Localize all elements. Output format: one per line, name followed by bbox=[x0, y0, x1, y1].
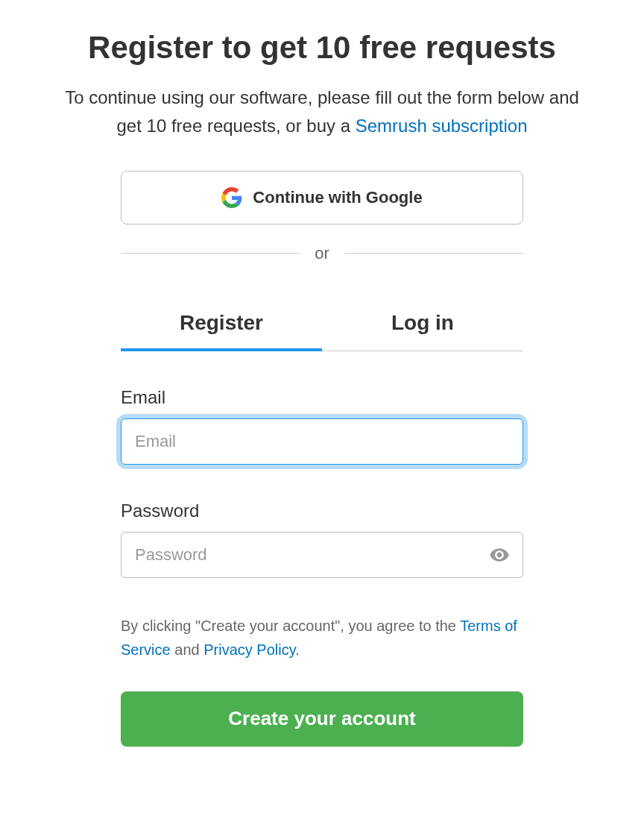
terms-prefix: By clicking "Create your account", you a… bbox=[121, 618, 460, 634]
show-password-icon[interactable] bbox=[489, 544, 510, 565]
privacy-policy-link[interactable]: Privacy Policy bbox=[203, 641, 295, 658]
terms-suffix: . bbox=[295, 641, 300, 658]
terms-text: By clicking "Create your account", you a… bbox=[121, 614, 523, 662]
divider-or-label: or bbox=[315, 244, 329, 263]
subscription-link[interactable]: Semrush subscription bbox=[356, 116, 528, 136]
google-icon bbox=[221, 187, 242, 208]
divider: or bbox=[121, 244, 523, 263]
terms-and: and bbox=[171, 641, 203, 658]
google-button-label: Continue with Google bbox=[253, 188, 422, 207]
email-input-wrapper bbox=[121, 418, 523, 465]
page-subtitle: To continue using our software, please f… bbox=[54, 84, 590, 141]
divider-line-right bbox=[344, 253, 523, 254]
tab-login[interactable]: Log in bbox=[322, 298, 523, 351]
email-label: Email bbox=[121, 387, 523, 408]
email-input[interactable] bbox=[121, 418, 523, 465]
password-label: Password bbox=[121, 500, 523, 521]
create-account-button[interactable]: Create your account bbox=[121, 691, 523, 747]
page-title: Register to get 10 free requests bbox=[88, 30, 556, 66]
divider-line-left bbox=[121, 253, 300, 254]
tab-register[interactable]: Register bbox=[121, 298, 322, 351]
password-input-wrapper bbox=[121, 532, 523, 578]
auth-tabs: Register Log in bbox=[121, 298, 523, 351]
continue-with-google-button[interactable]: Continue with Google bbox=[121, 171, 523, 225]
password-input[interactable] bbox=[121, 532, 523, 578]
